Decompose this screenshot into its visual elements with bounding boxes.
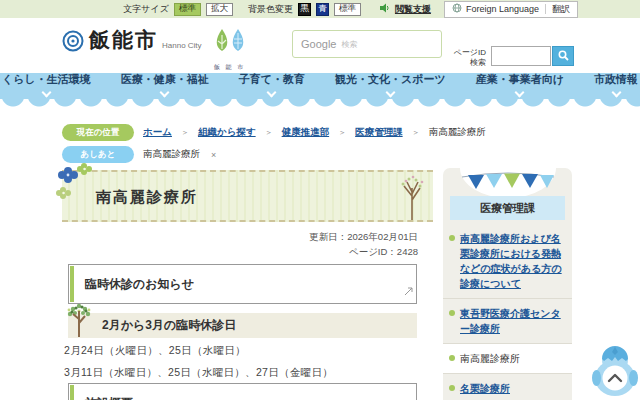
tree-decoration-icon <box>397 174 427 226</box>
sidebar-link-naguri[interactable]: 名栗診療所 <box>443 374 572 400</box>
city-leaf-mark: 飯 能 市 <box>212 27 248 72</box>
chevron-down-icon <box>160 88 170 98</box>
bullet-icon <box>449 385 455 391</box>
facility-title: 施設概要 <box>69 384 416 400</box>
page-title-banner: 南高麗診療所 <box>62 170 433 222</box>
green-accent-bar <box>70 266 74 302</box>
footprint-item[interactable]: 南高麗診療所 <box>143 148 200 161</box>
green-accent-bar <box>70 385 74 400</box>
chevron-down-icon <box>611 88 621 98</box>
bullet-icon <box>449 310 455 316</box>
globe-icon <box>452 3 462 15</box>
closure-line-1: 2月24日（火曜日）、25日（水曜日） <box>64 344 246 358</box>
bg-blue-button[interactable]: 青 <box>316 3 329 16</box>
page-id-input[interactable] <box>491 46 551 66</box>
chevron-down-icon <box>515 88 525 98</box>
page-id-search-button[interactable] <box>552 46 574 66</box>
breadcrumb-current: 南高麗診療所 <box>429 126 486 139</box>
nav-item-kosodate[interactable]: 子育て・教育 <box>239 72 305 96</box>
facility-overview-box[interactable]: 施設概要 <box>68 383 417 400</box>
divider <box>545 4 546 14</box>
scroll-to-top-button[interactable] <box>592 342 638 398</box>
browse-support-link[interactable]: 閲覧支援 <box>395 3 431 16</box>
flower-decoration-icon <box>54 158 96 206</box>
sidebar-item-current: 南高麗診療所 <box>443 344 572 374</box>
closure-dates-heading: 2月から3月の臨時休診日 <box>68 313 417 338</box>
magnifier-icon <box>558 47 569 65</box>
page: 文字サイズ 標準 拡大 背景色変更 黒 青 標準 閲覧支援 Foreign La… <box>0 0 640 400</box>
translate-link[interactable]: 翻訳 <box>552 3 570 16</box>
chevron-down-icon <box>385 88 395 98</box>
bullet-icon <box>449 355 455 361</box>
bird-icon <box>592 342 638 398</box>
breadcrumb-home-link[interactable]: ホーム <box>143 126 172 139</box>
temporary-closure-notice-box[interactable]: 臨時休診のお知らせ <box>68 264 417 304</box>
google-brand: Google <box>301 38 336 50</box>
sidebar-link-higashiagano[interactable]: 東吾野医療介護センター診療所 <box>443 299 572 344</box>
leaf-caption: 飯 能 市 <box>212 63 248 72</box>
breadcrumb-kenko-link[interactable]: 健康推進部 <box>282 126 330 139</box>
utility-bar: 文字サイズ 標準 拡大 背景色変更 黒 青 標準 閲覧支援 Foreign La… <box>0 0 640 18</box>
font-size-standard-button[interactable]: 標準 <box>174 3 201 16</box>
tree-icon <box>64 299 94 343</box>
chevron-down-icon <box>267 88 277 98</box>
site-header: 飯能市 Hanno City 飯 能 市 Google 検索 ファイル種別 すべ… <box>0 18 640 73</box>
search-placeholder: 検索 <box>341 39 357 50</box>
expand-corner-icon <box>404 282 413 300</box>
updated-date: 更新日：2026年02月01日 <box>62 231 418 244</box>
bg-black-button[interactable]: 黒 <box>298 3 311 16</box>
notice-title: 臨時休診のお知らせ <box>69 265 416 304</box>
nav-item-kurashi[interactable]: くらし・生活環境 <box>2 72 91 96</box>
sidebar: 医療管理課 南高麗診療所および名栗診療所における発熱などの症状がある方の診療につ… <box>443 168 572 400</box>
city-name-en: Hanno City <box>162 41 202 50</box>
page-id-search-label: ページID 検索 <box>452 48 486 68</box>
sidebar-link-fever-care[interactable]: 南高麗診療所および名栗診療所における発熱などの症状がある方の診療について <box>443 224 572 299</box>
breadcrumb: 現在の位置 ホーム ＞ 組織から探す ＞ 健康推進部 ＞ 医療管理課 ＞ 南高麗… <box>62 124 486 141</box>
foreign-language-select[interactable]: Foreign Language 翻訳 <box>444 1 578 18</box>
bullet-icon <box>449 235 455 241</box>
nav-item-shisei[interactable]: 市政情報 <box>594 72 638 96</box>
bunting-flags-icon <box>460 171 556 197</box>
chevron-down-icon <box>41 88 51 98</box>
nav-item-kanko[interactable]: 観光・文化・スポーツ <box>335 72 446 96</box>
page-title: 南高麗診療所 <box>96 188 198 207</box>
nav-item-sangyo[interactable]: 産業・事業者向け <box>476 72 564 96</box>
breadcrumb-iryokanri-link[interactable]: 医療管理課 <box>355 126 403 139</box>
font-size-enlarge-button[interactable]: 拡大 <box>206 3 233 16</box>
site-search-input[interactable]: Google 検索 <box>292 30 442 58</box>
foreign-language-label: Foreign Language <box>466 4 539 14</box>
sidebar-title: 医療管理課 <box>450 196 565 220</box>
bg-color-label: 背景色変更 <box>248 3 293 16</box>
current-location-badge: 現在の位置 <box>62 124 134 141</box>
font-size-label: 文字サイズ <box>123 3 169 16</box>
bg-standard-button[interactable]: 標準 <box>334 3 361 16</box>
speaker-icon <box>380 3 390 15</box>
page-id-value: ページID：2428 <box>62 246 418 259</box>
footprint-close-button[interactable]: × <box>211 150 216 160</box>
city-logo[interactable]: 飯能市 Hanno City 飯 能 市 <box>62 27 248 72</box>
nav-wave-edge <box>0 99 640 108</box>
section-title: 2月から3月の臨時休診日 <box>102 317 236 334</box>
global-nav: くらし・生活環境 医療・健康・福祉 子育て・教育 観光・文化・スポーツ 産業・事… <box>0 73 640 99</box>
closure-line-2: 3月11日（水曜日）、25日（水曜日）、27日（金曜日） <box>64 366 333 380</box>
city-name: 飯能市 <box>89 27 158 53</box>
sidebar-links: 南高麗診療所および名栗診療所における発熱などの症状がある方の診療について 東吾野… <box>443 224 572 400</box>
breadcrumb-org-link[interactable]: 組織から探す <box>198 126 256 139</box>
nav-item-iryo[interactable]: 医療・健康・福祉 <box>121 72 209 96</box>
city-emblem-icon <box>62 30 84 56</box>
